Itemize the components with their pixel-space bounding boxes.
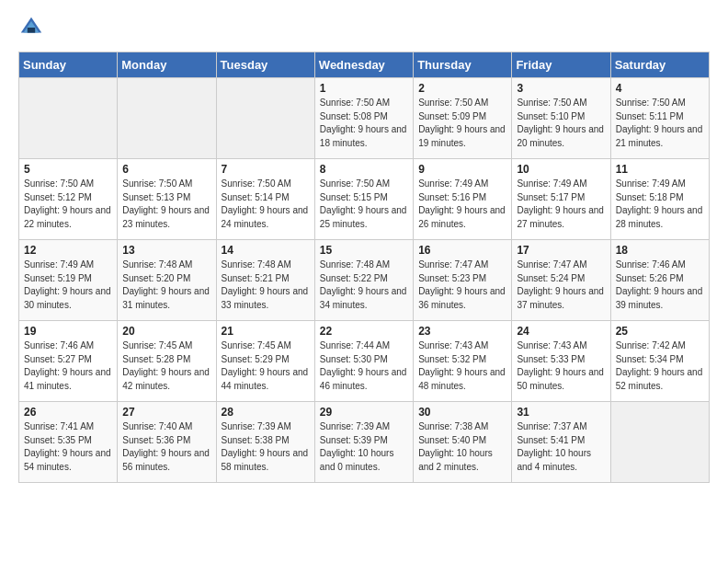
calendar-week-row: 12 Sunrise: 7:49 AMSunset: 5:19 PMDaylig… xyxy=(19,240,710,321)
day-number: 30 xyxy=(418,406,506,419)
calendar-week-row: 5 Sunrise: 7:50 AMSunset: 5:12 PMDayligh… xyxy=(19,159,710,240)
calendar-day-cell: 29 Sunrise: 7:39 AMSunset: 5:39 PMDaylig… xyxy=(314,402,413,483)
header-sunday: Sunday xyxy=(19,52,118,78)
calendar-table: Sunday Monday Tuesday Wednesday Thursday… xyxy=(18,52,710,483)
day-number: 25 xyxy=(616,325,704,338)
day-info: Sunrise: 7:50 AMSunset: 5:08 PMDaylight:… xyxy=(320,97,408,150)
day-info: Sunrise: 7:50 AMSunset: 5:09 PMDaylight:… xyxy=(418,97,506,150)
day-number: 22 xyxy=(320,325,408,338)
calendar-day-cell: 4 Sunrise: 7:50 AMSunset: 5:11 PMDayligh… xyxy=(610,78,709,159)
calendar-day-cell: 21 Sunrise: 7:45 AMSunset: 5:29 PMDaylig… xyxy=(216,321,314,402)
calendar-week-row: 26 Sunrise: 7:41 AMSunset: 5:35 PMDaylig… xyxy=(19,402,710,483)
calendar-day-cell: 13 Sunrise: 7:48 AMSunset: 5:20 PMDaylig… xyxy=(118,240,216,321)
header-saturday: Saturday xyxy=(610,52,709,78)
calendar-day-cell: 24 Sunrise: 7:43 AMSunset: 5:33 PMDaylig… xyxy=(512,321,610,402)
day-info: Sunrise: 7:37 AMSunset: 5:41 PMDaylight:… xyxy=(517,420,605,474)
calendar-day-cell: 23 Sunrise: 7:43 AMSunset: 5:32 PMDaylig… xyxy=(414,321,512,402)
calendar-day-cell: 11 Sunrise: 7:49 AMSunset: 5:18 PMDaylig… xyxy=(610,159,709,240)
day-info: Sunrise: 7:46 AMSunset: 5:26 PMDaylight:… xyxy=(616,259,704,312)
day-info: Sunrise: 7:50 AMSunset: 5:14 PMDaylight:… xyxy=(222,178,310,231)
calendar-day-cell: 7 Sunrise: 7:50 AMSunset: 5:14 PMDayligh… xyxy=(216,159,314,240)
calendar-page: Sunday Monday Tuesday Wednesday Thursday… xyxy=(0,0,728,498)
day-number: 14 xyxy=(222,244,310,257)
day-number: 20 xyxy=(122,325,210,338)
day-number: 8 xyxy=(320,163,408,176)
day-info: Sunrise: 7:47 AMSunset: 5:23 PMDaylight:… xyxy=(418,259,506,312)
day-number: 11 xyxy=(616,163,704,176)
calendar-day-cell: 5 Sunrise: 7:50 AMSunset: 5:12 PMDayligh… xyxy=(19,159,118,240)
calendar-day-cell: 15 Sunrise: 7:48 AMSunset: 5:22 PMDaylig… xyxy=(314,240,413,321)
header xyxy=(18,15,710,40)
day-info: Sunrise: 7:47 AMSunset: 5:24 PMDaylight:… xyxy=(517,259,605,312)
day-info: Sunrise: 7:38 AMSunset: 5:40 PMDaylight:… xyxy=(418,420,506,474)
header-friday: Friday xyxy=(512,52,610,78)
calendar-day-cell: 1 Sunrise: 7:50 AMSunset: 5:08 PMDayligh… xyxy=(314,78,413,159)
calendar-day-cell: 8 Sunrise: 7:50 AMSunset: 5:15 PMDayligh… xyxy=(314,159,413,240)
day-info: Sunrise: 7:43 AMSunset: 5:32 PMDaylight:… xyxy=(418,339,506,393)
header-wednesday: Wednesday xyxy=(314,52,413,78)
day-info: Sunrise: 7:48 AMSunset: 5:21 PMDaylight:… xyxy=(222,259,310,312)
calendar-day-cell: 30 Sunrise: 7:38 AMSunset: 5:40 PMDaylig… xyxy=(414,402,512,483)
logo-icon xyxy=(18,15,44,40)
calendar-week-row: 19 Sunrise: 7:46 AMSunset: 5:27 PMDaylig… xyxy=(19,321,710,402)
day-info: Sunrise: 7:50 AMSunset: 5:10 PMDaylight:… xyxy=(517,97,605,150)
day-info: Sunrise: 7:48 AMSunset: 5:22 PMDaylight:… xyxy=(320,259,408,312)
svg-rect-2 xyxy=(28,28,35,33)
day-number: 23 xyxy=(418,325,506,338)
calendar-day-cell: 6 Sunrise: 7:50 AMSunset: 5:13 PMDayligh… xyxy=(118,159,216,240)
calendar-day-cell: 25 Sunrise: 7:42 AMSunset: 5:34 PMDaylig… xyxy=(610,321,709,402)
day-number: 10 xyxy=(517,163,605,176)
calendar-day-cell: 17 Sunrise: 7:47 AMSunset: 5:24 PMDaylig… xyxy=(512,240,610,321)
header-thursday: Thursday xyxy=(414,52,512,78)
calendar-day-cell: 26 Sunrise: 7:41 AMSunset: 5:35 PMDaylig… xyxy=(19,402,118,483)
calendar-day-cell xyxy=(19,78,118,159)
day-info: Sunrise: 7:43 AMSunset: 5:33 PMDaylight:… xyxy=(517,339,605,393)
day-number: 3 xyxy=(517,82,605,95)
day-number: 15 xyxy=(320,244,408,257)
day-info: Sunrise: 7:49 AMSunset: 5:17 PMDaylight:… xyxy=(517,178,605,231)
calendar-day-cell: 12 Sunrise: 7:49 AMSunset: 5:19 PMDaylig… xyxy=(19,240,118,321)
day-number: 13 xyxy=(122,244,210,257)
day-info: Sunrise: 7:46 AMSunset: 5:27 PMDaylight:… xyxy=(24,339,112,393)
day-info: Sunrise: 7:50 AMSunset: 5:15 PMDaylight:… xyxy=(320,178,408,231)
day-number: 29 xyxy=(320,406,408,419)
calendar-day-cell: 28 Sunrise: 7:39 AMSunset: 5:38 PMDaylig… xyxy=(216,402,314,483)
day-info: Sunrise: 7:40 AMSunset: 5:36 PMDaylight:… xyxy=(122,420,210,474)
calendar-day-cell: 2 Sunrise: 7:50 AMSunset: 5:09 PMDayligh… xyxy=(414,78,512,159)
day-info: Sunrise: 7:49 AMSunset: 5:18 PMDaylight:… xyxy=(616,178,704,231)
day-number: 27 xyxy=(122,406,210,419)
day-number: 31 xyxy=(517,406,605,419)
day-info: Sunrise: 7:50 AMSunset: 5:11 PMDaylight:… xyxy=(616,97,704,150)
calendar-day-cell: 27 Sunrise: 7:40 AMSunset: 5:36 PMDaylig… xyxy=(118,402,216,483)
calendar-day-cell: 19 Sunrise: 7:46 AMSunset: 5:27 PMDaylig… xyxy=(19,321,118,402)
calendar-day-cell xyxy=(216,78,314,159)
calendar-day-cell xyxy=(610,402,709,483)
day-number: 28 xyxy=(222,406,310,419)
day-info: Sunrise: 7:41 AMSunset: 5:35 PMDaylight:… xyxy=(24,420,112,474)
day-info: Sunrise: 7:45 AMSunset: 5:28 PMDaylight:… xyxy=(122,339,210,393)
day-info: Sunrise: 7:42 AMSunset: 5:34 PMDaylight:… xyxy=(616,339,704,393)
calendar-day-cell: 22 Sunrise: 7:44 AMSunset: 5:30 PMDaylig… xyxy=(314,321,413,402)
calendar-day-cell: 9 Sunrise: 7:49 AMSunset: 5:16 PMDayligh… xyxy=(414,159,512,240)
calendar-week-row: 1 Sunrise: 7:50 AMSunset: 5:08 PMDayligh… xyxy=(19,78,710,159)
day-number: 19 xyxy=(24,325,112,338)
day-number: 1 xyxy=(320,82,408,95)
calendar-day-cell: 16 Sunrise: 7:47 AMSunset: 5:23 PMDaylig… xyxy=(414,240,512,321)
day-info: Sunrise: 7:39 AMSunset: 5:38 PMDaylight:… xyxy=(222,420,310,474)
day-info: Sunrise: 7:49 AMSunset: 5:19 PMDaylight:… xyxy=(24,259,112,312)
day-info: Sunrise: 7:44 AMSunset: 5:30 PMDaylight:… xyxy=(320,339,408,393)
calendar-day-cell: 10 Sunrise: 7:49 AMSunset: 5:17 PMDaylig… xyxy=(512,159,610,240)
day-number: 5 xyxy=(24,163,112,176)
day-number: 9 xyxy=(418,163,506,176)
day-info: Sunrise: 7:50 AMSunset: 5:13 PMDaylight:… xyxy=(122,178,210,231)
day-info: Sunrise: 7:48 AMSunset: 5:20 PMDaylight:… xyxy=(122,259,210,312)
day-number: 7 xyxy=(222,163,310,176)
calendar-day-cell xyxy=(118,78,216,159)
day-number: 26 xyxy=(24,406,112,419)
day-number: 4 xyxy=(616,82,704,95)
calendar-day-cell: 18 Sunrise: 7:46 AMSunset: 5:26 PMDaylig… xyxy=(610,240,709,321)
day-info: Sunrise: 7:49 AMSunset: 5:16 PMDaylight:… xyxy=(418,178,506,231)
day-number: 24 xyxy=(517,325,605,338)
day-info: Sunrise: 7:45 AMSunset: 5:29 PMDaylight:… xyxy=(222,339,310,393)
calendar-day-cell: 14 Sunrise: 7:48 AMSunset: 5:21 PMDaylig… xyxy=(216,240,314,321)
